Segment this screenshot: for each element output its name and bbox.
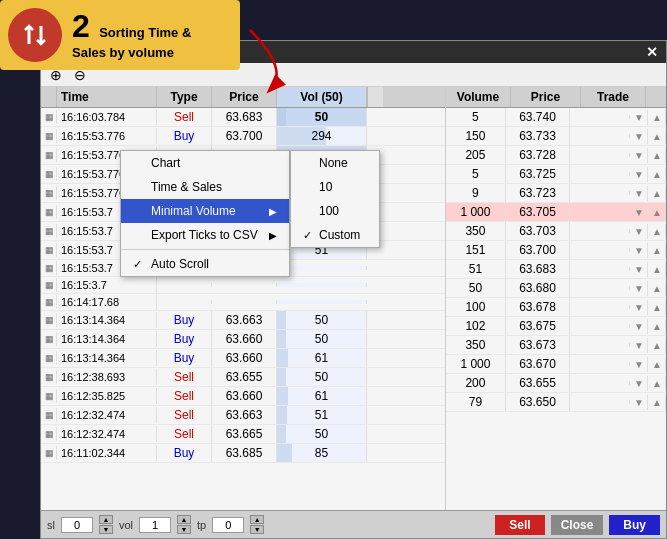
- tp-up[interactable]: ▲: [250, 515, 264, 524]
- left-table-row[interactable]: ▦16:12:35.825Sell63.66061: [41, 387, 445, 406]
- buy-button[interactable]: Buy: [609, 515, 660, 535]
- right-row-arrow-up[interactable]: ▲: [648, 376, 666, 391]
- left-table-row[interactable]: ▦16:12:32.474Sell63.66550: [41, 425, 445, 444]
- right-row-arrow[interactable]: ▼: [630, 262, 648, 277]
- right-row-trade: [570, 343, 630, 347]
- right-row-arrow[interactable]: ▼: [630, 357, 648, 372]
- ctx-separator: [121, 249, 289, 250]
- left-table-row[interactable]: ▦16:11:02.344Buy63.68585: [41, 444, 445, 463]
- ctx-item-time-&-sales[interactable]: Time & Sales: [121, 175, 289, 199]
- left-table-row[interactable]: ▦16:16:03.784Sell63.68350: [41, 108, 445, 127]
- vol-bar: [277, 330, 286, 348]
- vol-up[interactable]: ▲: [177, 515, 191, 524]
- tooltip-icon: [8, 8, 62, 62]
- right-row-arrow[interactable]: ▼: [630, 300, 648, 315]
- right-row-arrow-up[interactable]: ▲: [648, 357, 666, 372]
- right-row-arrow-up[interactable]: ▲: [648, 262, 666, 277]
- ctx-label: Time & Sales: [151, 180, 222, 194]
- left-table-row[interactable]: ▦16:15:53.776Buy63.700294: [41, 127, 445, 146]
- sub-label: None: [319, 156, 348, 170]
- tp-down[interactable]: ▼: [250, 525, 264, 534]
- sub-item-none[interactable]: None: [291, 151, 379, 175]
- ctx-item-chart[interactable]: Chart: [121, 151, 289, 175]
- tp-input[interactable]: [212, 517, 244, 533]
- right-row-arrow-up[interactable]: ▲: [648, 338, 666, 353]
- sl-up[interactable]: ▲: [99, 515, 113, 524]
- right-row-vol: 1 000: [446, 203, 506, 221]
- sell-button[interactable]: Sell: [495, 515, 544, 535]
- left-table-row[interactable]: ▦16:13:14.364Buy63.66061: [41, 349, 445, 368]
- tooltip-number: 2: [72, 8, 90, 44]
- right-row-arrow[interactable]: ▼: [630, 167, 648, 182]
- tp-spin[interactable]: ▲ ▼: [250, 515, 264, 534]
- vol-spin[interactable]: ▲ ▼: [177, 515, 191, 534]
- right-row-arrow-up[interactable]: ▲: [648, 167, 666, 182]
- ctx-item-export-ticks-to-csv[interactable]: Export Ticks to CSV▶: [121, 223, 289, 247]
- right-row-arrow[interactable]: ▼: [630, 243, 648, 258]
- row-type: Sell: [157, 425, 212, 443]
- sl-spin[interactable]: ▲ ▼: [99, 515, 113, 534]
- row-icon: ▦: [41, 261, 57, 275]
- right-row-arrow[interactable]: ▼: [630, 186, 648, 201]
- right-row-vol: 150: [446, 127, 506, 145]
- right-row-vol: 200: [446, 374, 506, 392]
- sub-item-custom[interactable]: ✓Custom: [291, 223, 379, 247]
- right-row-arrow-up[interactable]: ▲: [648, 205, 666, 220]
- left-table-row[interactable]: ▦16:15:3.7: [41, 277, 445, 294]
- right-row-arrow-up[interactable]: ▲: [648, 110, 666, 125]
- sl-down[interactable]: ▼: [99, 525, 113, 534]
- ctx-item-minimal-volume[interactable]: Minimal Volume▶: [121, 199, 289, 223]
- right-row-price: 63.655: [506, 374, 570, 392]
- right-row-price: 63.740: [506, 108, 570, 126]
- right-row-arrow[interactable]: ▼: [630, 205, 648, 220]
- th-scrollbar: [367, 87, 383, 107]
- close-trade-button[interactable]: Close: [551, 515, 604, 535]
- right-row-price: 63.723: [506, 184, 570, 202]
- vol-input[interactable]: [139, 517, 171, 533]
- right-row-trade: [570, 153, 630, 157]
- right-table-body: 563.740▼▲15063.733▼▲20563.728▼▲563.725▼▲…: [446, 108, 666, 510]
- sub-item-100[interactable]: 100: [291, 199, 379, 223]
- left-table-row[interactable]: ▦16:14:17.68: [41, 294, 445, 311]
- right-row-arrow[interactable]: ▼: [630, 281, 648, 296]
- right-row-arrow-up[interactable]: ▲: [648, 319, 666, 334]
- left-table-row[interactable]: ▦16:13:14.364Buy63.66350: [41, 311, 445, 330]
- right-row-arrow-up[interactable]: ▲: [648, 148, 666, 163]
- row-icon: ▦: [41, 129, 57, 143]
- right-row-arrow-up[interactable]: ▲: [648, 186, 666, 201]
- right-row-arrow[interactable]: ▼: [630, 224, 648, 239]
- right-row-trade: [570, 210, 630, 214]
- row-type: [157, 283, 212, 287]
- rth-trade: Trade: [581, 87, 646, 107]
- ctx-arrow-icon: ▶: [269, 206, 277, 217]
- context-menu: ChartTime & SalesMinimal Volume▶Export T…: [120, 150, 290, 277]
- right-row-arrow-up[interactable]: ▲: [648, 224, 666, 239]
- right-row-arrow[interactable]: ▼: [630, 319, 648, 334]
- right-row-arrow-up[interactable]: ▲: [648, 300, 666, 315]
- right-row-arrow[interactable]: ▼: [630, 129, 648, 144]
- right-row-arrow[interactable]: ▼: [630, 395, 648, 410]
- right-row-arrow-up[interactable]: ▲: [648, 395, 666, 410]
- right-row-arrow-up[interactable]: ▲: [648, 129, 666, 144]
- right-row-arrow[interactable]: ▼: [630, 376, 648, 391]
- row-icon: ▦: [41, 332, 57, 346]
- left-table-row[interactable]: ▦16:12:38.693Sell63.65550: [41, 368, 445, 387]
- right-row-arrow[interactable]: ▼: [630, 148, 648, 163]
- vol-bar: [277, 108, 286, 126]
- right-row-arrow[interactable]: ▼: [630, 110, 648, 125]
- row-time: 16:13:14.364: [57, 331, 157, 347]
- right-row-arrow-up[interactable]: ▲: [648, 243, 666, 258]
- sl-input[interactable]: [61, 517, 93, 533]
- left-table-row[interactable]: ▦16:12:32.474Sell63.66351: [41, 406, 445, 425]
- sub-item-10[interactable]: 10: [291, 175, 379, 199]
- right-row-price: 63.670: [506, 355, 570, 373]
- row-icon: ▦: [41, 351, 57, 365]
- vol-down[interactable]: ▼: [177, 525, 191, 534]
- left-table-row[interactable]: ▦16:13:14.364Buy63.66050: [41, 330, 445, 349]
- close-button[interactable]: ✕: [646, 44, 658, 60]
- row-type: Sell: [157, 406, 212, 424]
- ctx-item-auto-scroll[interactable]: ✓Auto Scroll: [121, 252, 289, 276]
- right-row-price: 63.650: [506, 393, 570, 411]
- right-row-arrow[interactable]: ▼: [630, 338, 648, 353]
- right-row-arrow-up[interactable]: ▲: [648, 281, 666, 296]
